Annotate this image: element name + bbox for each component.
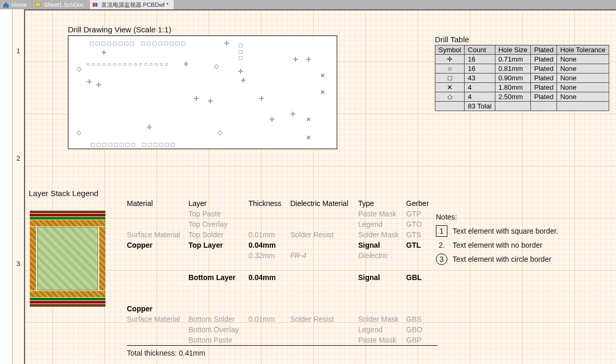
table-row: CopperBottom Layer0.04mmSignalGBL xyxy=(127,272,437,314)
note-item: 1Text element with square border. xyxy=(436,225,558,237)
drill-symbol: ○ xyxy=(128,60,132,68)
table-total-row: 83 Total xyxy=(435,102,609,111)
drill-symbol: ○ xyxy=(117,60,121,68)
table-header: Material xyxy=(127,198,188,209)
note-item: 2.Text element with no border xyxy=(436,241,558,249)
table-header: Thickness xyxy=(248,198,290,209)
table-row: Bottom PastePaste MaskGBP xyxy=(127,335,437,346)
top-border xyxy=(25,9,616,10)
drill-symbol: ✛ xyxy=(241,77,246,84)
layer-bottom-copper xyxy=(30,291,105,297)
tab-home[interactable]: Home xyxy=(0,0,32,9)
layer-bottom-overlay xyxy=(30,301,105,304)
drill-symbol: □ xyxy=(124,40,128,47)
drill-symbol: □ xyxy=(142,141,146,148)
note-text: Text element with circle border xyxy=(453,255,551,263)
drill-symbol: ✛ xyxy=(293,56,298,63)
drill-symbol: ○ xyxy=(91,60,95,68)
note-bullet: 2. xyxy=(436,241,447,249)
drill-symbol: □ xyxy=(102,141,106,148)
drill-symbol: ✕ xyxy=(320,72,325,79)
note-item: 3Text element with circle border xyxy=(436,253,558,265)
drill-table-title: Drill Table xyxy=(435,35,469,44)
drill-symbol: □ xyxy=(107,40,111,47)
drill-symbol: ✕ xyxy=(306,116,311,123)
layer-stack-graphic xyxy=(30,210,105,307)
drill-symbol: ○ xyxy=(102,60,105,68)
drill-symbol: ○ xyxy=(144,60,147,68)
note-bullet: 3 xyxy=(436,253,447,265)
drill-symbol: □ xyxy=(113,40,116,47)
drill-symbol: ✛ xyxy=(208,98,213,105)
drill-symbol: □ xyxy=(147,40,150,47)
vertical-ruler: 1 2 3 xyxy=(13,9,25,364)
drill-symbol: □ xyxy=(148,141,151,148)
drill-symbol: ✛ xyxy=(224,40,229,47)
drill-symbol: ✕ xyxy=(320,89,325,96)
drill-symbol: ✛ xyxy=(147,124,152,131)
pcb-icon xyxy=(92,1,99,8)
note-text: Text element with no border xyxy=(453,241,542,249)
drill-symbol: □ xyxy=(114,141,117,148)
svg-rect-2 xyxy=(96,3,98,6)
drill-symbol: □ xyxy=(175,40,179,47)
layer-top-overlay xyxy=(30,214,105,216)
tab-label: Home xyxy=(11,2,27,8)
layer-top-copper xyxy=(30,220,105,226)
table-row: Surface MaterialTop Solder0.01mmSolder R… xyxy=(127,229,437,240)
drill-symbol: ○ xyxy=(133,60,137,68)
left-gutter xyxy=(0,9,13,364)
drill-symbol: □ xyxy=(96,40,99,47)
table-row: CopperTop Layer0.04mmSignalGTL xyxy=(127,240,437,250)
drill-symbol: ✛ xyxy=(96,81,101,89)
drill-symbol: ◇ xyxy=(77,65,81,72)
drill-symbol: ✛ xyxy=(290,111,295,118)
drill-symbol: □ xyxy=(131,141,135,148)
ruler-mark: 2 xyxy=(13,154,24,162)
drill-symbol: □ xyxy=(91,141,94,148)
drill-symbol: ✕ xyxy=(306,134,311,141)
table-row: □430.90mmPlatedNone xyxy=(435,74,609,83)
layer-dielectric xyxy=(30,227,105,290)
drill-symbol: ✛ xyxy=(259,95,264,102)
svg-rect-1 xyxy=(93,3,95,6)
table-header: Gerber xyxy=(406,198,437,209)
drill-table: SymbolCountHole SizePlatedHole Tolerance… xyxy=(435,45,609,111)
tab-pcbdwf[interactable]: 直流电源监视器.PCBDwf * xyxy=(90,0,174,9)
note-text: Text element with square border. xyxy=(453,227,558,235)
drill-symbol: ✛ xyxy=(238,68,243,75)
drill-symbol: ✛ xyxy=(194,95,199,102)
table-row: ✕41.80mmPlatedNone xyxy=(435,83,609,92)
table-row: ○160.81mmPlatedNone xyxy=(435,64,609,74)
table-header: Hole Tolerance xyxy=(557,45,609,55)
drill-symbol: ✛ xyxy=(306,56,311,63)
table-row: Top OverlayLegendGTO xyxy=(127,219,437,229)
workspace[interactable]: 1 2 3 Drill Drawing View (Scale 1:1) □□□… xyxy=(0,9,616,364)
drill-symbol: □ xyxy=(239,54,242,62)
drill-symbol: □ xyxy=(159,141,163,148)
total-thickness: Total thickness: 0.41mm xyxy=(127,346,437,359)
table-row: ◇42.50mmPlatedNone xyxy=(435,92,609,102)
layer-stack-table: MaterialLayerThicknessDielectric Materia… xyxy=(127,198,437,358)
tab-label: 直流电源监视器.PCBDwf * xyxy=(101,1,169,9)
drill-symbol: ○ xyxy=(107,60,111,68)
drill-symbol: □ xyxy=(152,40,156,47)
drill-symbol: ○ xyxy=(86,60,90,68)
ruler-mark: 1 xyxy=(13,47,24,55)
table-header: Dielectric Material xyxy=(290,198,358,209)
drill-symbol: □ xyxy=(125,141,129,148)
table-header: Hole Size xyxy=(495,45,531,55)
home-icon xyxy=(2,1,9,8)
tab-label: Sheet1.SchDoc xyxy=(44,2,84,8)
drill-symbol: □ xyxy=(120,141,123,148)
drill-drawing-view[interactable]: □□□□□□□□□□□□□□□□✛□□□✛◇○○○○○○○○○○○○○○○○✛◇… xyxy=(68,35,337,149)
tab-sheet1[interactable]: Sheet1.SchDoc xyxy=(32,0,89,9)
drill-symbol: □ xyxy=(165,141,169,148)
table-row: Bottom OverlayLegendGBO xyxy=(127,324,437,335)
notes-section: Notes: 1Text element with square border.… xyxy=(436,213,558,269)
drill-symbol: □ xyxy=(130,40,134,47)
table-header: Type xyxy=(358,198,406,209)
table-row: 0.32mmFR-4Dielectric xyxy=(127,250,437,272)
drill-symbol: ○ xyxy=(123,60,126,68)
drill-symbol: ○ xyxy=(159,60,163,68)
